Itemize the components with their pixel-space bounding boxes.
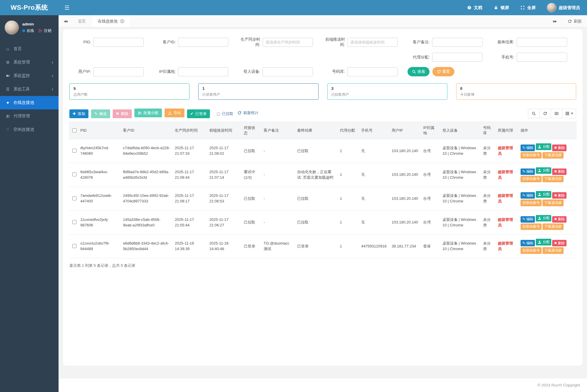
action-login-account-button[interactable]: 登录此账号 bbox=[521, 223, 542, 230]
action-edit-button[interactable]: ✎编辑 bbox=[521, 145, 535, 151]
action-download-contacts-button[interactable]: 下载通讯录 bbox=[542, 223, 564, 230]
cell-phone: 无 bbox=[359, 187, 389, 210]
search-input-ip-location[interactable] bbox=[178, 67, 228, 76]
table-refresh-icon[interactable] bbox=[539, 109, 551, 118]
online-dot-icon bbox=[22, 29, 25, 32]
docs-button[interactable]: 文档 bbox=[467, 5, 482, 11]
search-field-client-id: 客户ID: bbox=[153, 37, 238, 47]
tab-home[interactable]: 首页 bbox=[72, 15, 92, 27]
row-checkbox[interactable] bbox=[72, 220, 76, 224]
cell-number_lib: 未分类 bbox=[481, 211, 495, 234]
toolbar-logged-in-button[interactable]: ✔已登录 bbox=[187, 109, 210, 118]
action-login-account-button[interactable]: 登录此账号 bbox=[521, 176, 542, 182]
action-edit-button[interactable]: ✎编辑 bbox=[521, 240, 535, 246]
select-all-checkbox[interactable] bbox=[72, 128, 76, 133]
action-edit-button[interactable]: ✎编辑 bbox=[521, 216, 535, 223]
toolbar-delete-button[interactable]: ✖删除 bbox=[113, 109, 132, 118]
cell-actions: ✎编辑分配✖删除登录此账号下载通讯录 bbox=[518, 234, 577, 258]
camera-icon bbox=[5, 74, 10, 78]
search-input-number-lib[interactable] bbox=[347, 67, 398, 76]
search-field-agent-assign: 代理分配: bbox=[408, 53, 492, 62]
toolbar-export-button[interactable]: 导出 bbox=[165, 109, 184, 117]
toolbar-refresh-stats-link[interactable]: 刷新统计 bbox=[237, 110, 259, 116]
sidebar-item-agent-manage[interactable]: 代理管理 bbox=[0, 109, 59, 123]
action-login-account-button[interactable]: 登录此账号 bbox=[521, 200, 542, 206]
sidebar-item-system-manage[interactable]: ⚙系统管理‹ bbox=[0, 56, 59, 69]
user-menu[interactable]: 超级管理员 bbox=[547, 3, 580, 12]
search-input-phone[interactable] bbox=[517, 53, 567, 62]
sidebar-item-idle-pool[interactable]: ♡空闲连接池 bbox=[0, 123, 59, 136]
cell-client_id: e6d6d6b8-3343-4ec2-afc4-5b2850ec8d44 bbox=[121, 234, 172, 258]
tab-online-pool[interactable]: 在线连接池 × bbox=[92, 15, 131, 27]
lock-screen-button[interactable]: 锁屏 bbox=[494, 5, 509, 11]
action-assign-button[interactable]: 分配 bbox=[536, 215, 551, 221]
search-input-final-result[interactable] bbox=[517, 38, 567, 47]
search-input-customer-remark[interactable] bbox=[432, 38, 482, 47]
toolbar-edit-button[interactable]: ✎修改 bbox=[91, 109, 110, 118]
search-input-user-ip[interactable] bbox=[93, 67, 144, 76]
search-input-client-id[interactable] bbox=[178, 38, 228, 47]
fullscreen-button[interactable]: 全屏 bbox=[520, 5, 536, 11]
table-columns-icon[interactable]: ▼ bbox=[562, 109, 576, 118]
search-input-push-time[interactable] bbox=[347, 38, 398, 47]
cell-ip: 103.180.20.140 bbox=[389, 139, 421, 163]
row-checkbox[interactable] bbox=[72, 196, 76, 200]
sidebar-item-system-monitor[interactable]: 系统监控‹ bbox=[0, 69, 59, 82]
sidebar-item-system-tools[interactable]: ☰系统工具‹ bbox=[0, 82, 59, 96]
action-edit-button[interactable]: ✎编辑 bbox=[521, 192, 535, 199]
action-assign-button[interactable]: 分配 bbox=[536, 143, 551, 150]
table-search-icon[interactable] bbox=[528, 109, 540, 118]
action-delete-button[interactable]: ✖删除 bbox=[552, 145, 567, 151]
sidebar-item-online-pool[interactable]: ♥在线连接池 bbox=[0, 96, 59, 109]
cell-result: 已登录 bbox=[295, 234, 338, 258]
cell-ip_loc: 香港 bbox=[421, 234, 440, 258]
cell-status: 已拉取 bbox=[242, 211, 261, 234]
tabs-scroll-left-icon[interactable]: ◀◀ bbox=[59, 15, 72, 27]
row-checkbox[interactable] bbox=[72, 172, 76, 176]
action-download-contacts-button[interactable]: 下载通讯录 bbox=[542, 247, 564, 254]
action-delete-button[interactable]: ✖删除 bbox=[552, 240, 567, 246]
action-download-contacts-button[interactable]: 下载通讯录 bbox=[542, 200, 564, 206]
column-header: 登入设备 bbox=[440, 122, 481, 139]
toolbar-pulled-link[interactable]: ◯已拉取 bbox=[217, 111, 233, 116]
row-checkbox[interactable] bbox=[72, 149, 76, 153]
action-assign-button[interactable]: 分配 bbox=[536, 191, 551, 197]
sidebar-item-home[interactable]: ⌂首页 bbox=[0, 42, 59, 56]
toolbar-add-button[interactable]: ✚添加 bbox=[69, 109, 88, 118]
row-checkbox[interactable] bbox=[72, 244, 76, 248]
table-detail-view-icon[interactable] bbox=[551, 109, 562, 118]
sidebar-toggle-icon[interactable]: ☰ bbox=[64, 4, 69, 11]
tabs-scroll-right-icon[interactable]: ▶▶ bbox=[548, 15, 562, 27]
logout-icon bbox=[38, 29, 43, 33]
cell-sync_time: 2025-11-17 21:06:44 bbox=[172, 163, 207, 187]
action-login-account-button[interactable]: 登录此账号 bbox=[521, 247, 542, 254]
search-input-pid[interactable] bbox=[93, 38, 144, 47]
search-input-sync-time[interactable] bbox=[263, 38, 313, 47]
table-row: 11usnedfvv2jx4j-987606145a338e-c5ab-4556… bbox=[69, 211, 577, 234]
heart-outline-icon: ♡ bbox=[5, 127, 10, 132]
column-header: 生产同步时间 bbox=[172, 122, 207, 139]
action-edit-button[interactable]: ✎编辑 bbox=[521, 169, 535, 175]
action-login-account-button[interactable]: 登录此账号 bbox=[521, 152, 542, 159]
cell-client_id: fb98ad7e-68b2-45d2-b69a-a485b35c5cfd bbox=[121, 163, 172, 187]
reset-button[interactable]: 重置 bbox=[432, 67, 454, 76]
action-assign-button[interactable]: 分配 bbox=[536, 239, 551, 245]
tab-close-icon[interactable]: × bbox=[120, 19, 124, 23]
action-download-contacts-button[interactable]: 下载通讯录 bbox=[542, 152, 564, 159]
search-input-login-device[interactable] bbox=[263, 67, 313, 76]
action-delete-button[interactable]: ✖删除 bbox=[552, 192, 567, 199]
logout-link[interactable]: 注销 bbox=[38, 28, 51, 33]
action-download-contacts-button[interactable]: 下载通讯录 bbox=[542, 176, 564, 182]
action-delete-button[interactable]: ✖删除 bbox=[552, 169, 567, 175]
action-assign-button[interactable]: 分配 bbox=[536, 167, 551, 174]
search-button[interactable]: 搜索 bbox=[408, 67, 429, 76]
top-header: WS-Pro系统 ☰ 文档 锁屏 全屏 超级管理员 bbox=[0, 0, 587, 15]
action-delete-button[interactable]: ✖删除 bbox=[552, 216, 567, 223]
toolbar-batch-assign-button[interactable]: 批量分配 bbox=[134, 109, 162, 117]
search-input-agent-assign[interactable] bbox=[432, 53, 482, 62]
cell-device: 桌面设备 | Windows 10 | Chrome bbox=[440, 139, 481, 163]
tab-refresh-button[interactable]: 刷新 bbox=[562, 15, 587, 27]
cell-status: 已拉取 bbox=[242, 139, 261, 163]
cell-status: 已登录 bbox=[242, 234, 261, 258]
app-logo: WS-Pro系统 bbox=[0, 0, 59, 15]
